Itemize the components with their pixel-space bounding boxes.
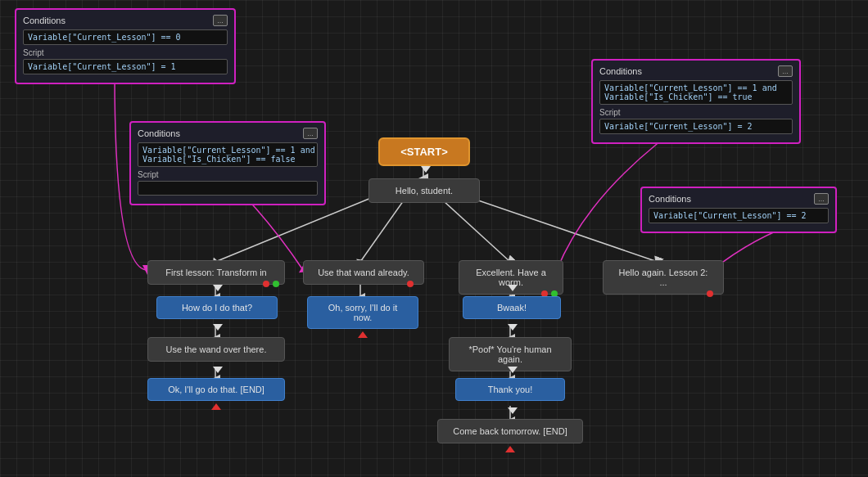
hello-student-node[interactable]: Hello, student. [368,178,480,203]
condition-box-1-script-title: Script [23,48,228,57]
use-wand-node[interactable]: Use that wand already. [303,260,424,285]
condition-box-1-title: Conditions [23,16,66,25]
arrow-thank-come-back [508,407,518,414]
start-node[interactable]: <START> [378,137,470,166]
dot-red-hello-again [707,290,713,297]
condition-box-2-condition: Variable["Current_Lesson"] == 1 and Vari… [138,142,318,167]
condition-box-3-script: Variable["Current_Lesson"] = 2 [599,119,793,134]
arrow-poof-thank [508,367,518,373]
arrow-up-ok-end [211,403,221,410]
condition-box-4-condition: Variable["Current_Lesson"] == 2 [649,208,829,223]
condition-box-2-script [138,181,318,196]
condition-box-1-script: Variable["Current_Lesson"] = 1 [23,59,228,74]
first-lesson-node[interactable]: First lesson: Transform in [147,260,285,285]
arrow-how-use-wand-over [213,324,223,331]
condition-box-3-condition: Variable["Current_Lesson"] == 1 and Vari… [599,80,793,105]
condition-box-3-title: Conditions [599,66,642,76]
condition-box-2: Conditions ... Variable["Current_Lesson"… [129,121,326,205]
svg-line-4 [454,192,658,262]
condition-box-4-menu[interactable]: ... [814,193,829,205]
hello-again-node[interactable]: Hello again. Lesson 2: ... [603,260,724,295]
dot-red-first-lesson [263,281,269,287]
arrow-use-wand-over-ok [213,367,223,373]
condition-box-2-menu[interactable]: ... [303,128,318,139]
how-do-i-node[interactable]: How do I do that? [156,296,278,319]
dot-green-first-lesson [273,281,279,287]
arrow-up-come-back [505,446,515,452]
thank-you-node[interactable]: Thank you! [455,378,565,401]
condition-box-3: Conditions ... Variable["Current_Lesson"… [591,59,801,144]
come-back-node[interactable]: Come back tomorrow. [END] [437,419,583,443]
condition-box-4: Conditions ... Variable["Current_Lesson"… [640,187,837,233]
dot-red-use-wand [407,281,414,287]
condition-box-1-condition: Variable["Current_Lesson"] == 0 [23,29,228,45]
oh-sorry-node[interactable]: Oh, sorry, I'll do it now. [307,296,418,329]
condition-box-3-menu[interactable]: ... [778,65,793,77]
condition-box-4-title: Conditions [649,194,691,204]
ok-ill-go-node[interactable]: Ok, I'll go do that. [END] [147,378,285,401]
condition-box-2-title: Conditions [138,128,180,138]
condition-box-3-script-title: Script [599,108,793,117]
arrow-bwaak-poof [508,324,518,331]
bwaak-node[interactable]: Bwaak! [463,296,561,319]
arrow-excellent-bwaak [508,285,518,291]
condition-box-2-script-title: Script [138,170,318,179]
condition-box-1-menu[interactable]: ... [213,15,228,26]
condition-box-1: Conditions ... Variable["Current_Lesson"… [15,8,236,84]
use-wand-over-node[interactable]: Use the wand over there. [147,337,285,362]
arrow-first-lesson-how [213,285,223,291]
arrow-up-oh-sorry [358,331,368,338]
arrow-start-hello [421,166,431,173]
